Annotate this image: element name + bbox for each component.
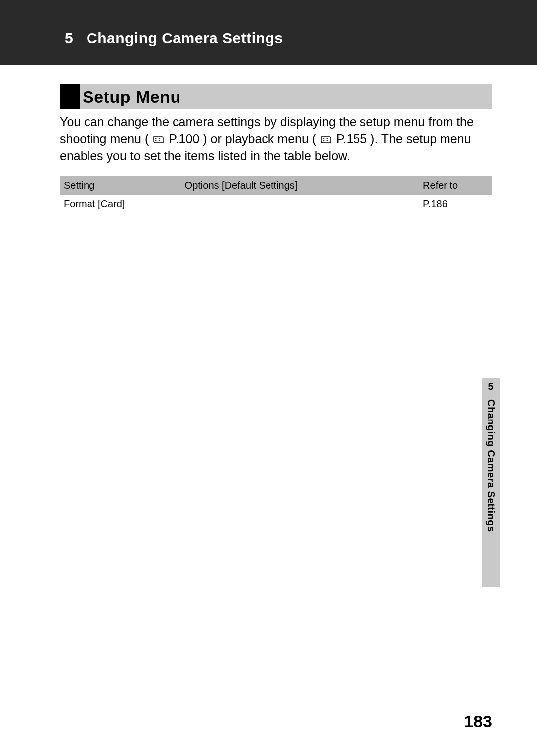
reference-icon [320,132,336,146]
col-options: Options [Default Settings] [181,176,419,195]
chapter-number: 5 [65,30,73,46]
table-header-row: Setting Options [Default Settings] Refer… [60,176,492,195]
chapter-header: 5 Changing Camera Settings [0,0,537,65]
options-cell [181,195,419,756]
intro-paragraph: You can change the camera settings by di… [60,114,492,164]
section-title-marker [60,84,80,109]
page-number: 183 [464,712,492,731]
section-title: Setup Menu [60,84,492,109]
side-tab-text: Changing Camera Settings [485,399,497,532]
col-setting: Setting [60,176,181,195]
page-cell: P.186 [419,195,492,756]
reference-icon [152,132,169,146]
settings-table: Setting Options [Default Settings] Refer… [60,176,492,756]
col-refer: Refer to [419,176,492,195]
chapter-title: Changing Camera Settings [87,30,283,46]
side-thumb-tab: 5 Changing Camera Settings [482,378,500,587]
table-row: Format [Card]P.186 [60,195,492,756]
dash-placeholder [185,207,269,207]
section-title-text: Setup Menu [80,84,492,109]
setting-cell: Format [Card] [60,195,181,756]
side-tab-number: 5 [488,381,493,392]
